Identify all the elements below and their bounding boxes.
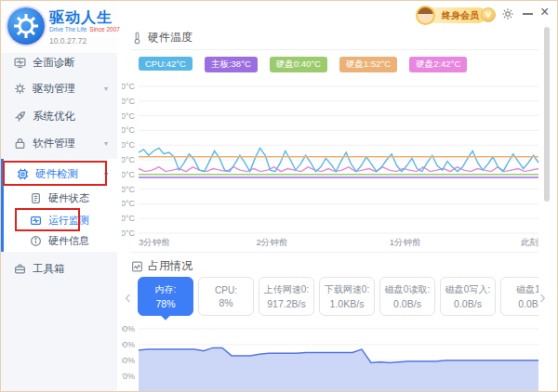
x-tick-label: 3分钟前 [139, 237, 170, 247]
divider [131, 49, 538, 50]
sidebar-item-driver[interactable]: 驱动管理 ▾ [1, 77, 117, 99]
vertical-scrollbar[interactable] [544, 27, 550, 202]
chevron-down-icon: ▾ [104, 139, 108, 148]
toolbox-icon [14, 263, 26, 275]
y-tick-label: 40°C [122, 170, 136, 179]
app-window: 全面诊断 驱动管理 ▾ 系统优化 软件管理 ▾ 硬件检测 ▾ 硬件状态 [0, 0, 558, 392]
memory-usage-chart: 100%90%80%70% [122, 323, 545, 392]
sidebar-item-label: 硬件状态 [48, 191, 89, 205]
sidebar-item-diagnose[interactable]: 全面诊断 [1, 51, 117, 73]
sidebar-item-label: 驱动管理 [33, 82, 75, 96]
sidebar: 全面诊断 驱动管理 ▾ 系统优化 软件管理 ▾ 硬件检测 ▾ 硬件状态 [1, 1, 117, 392]
usage-cards-row: 内存:78% CPU:8% 上传网速0:917.2B/s 下载网速0:1.0KB… [138, 277, 538, 323]
minimize-button[interactable] [523, 13, 533, 15]
y-tick-label: 20°C [122, 199, 136, 208]
chevron-down-icon: ▾ [104, 85, 108, 93]
sidebar-item-software[interactable]: 软件管理 ▾ [1, 132, 117, 154]
sidebar-item-label: 硬件信息 [48, 234, 89, 248]
y-tick-label: 90% [122, 340, 135, 349]
sidebar-item-hardware-info[interactable]: 硬件信息 [4, 229, 117, 252]
app-since: Since 2007 [89, 26, 120, 33]
sidebar-item-label: 系统优化 [33, 110, 75, 124]
sidebar-item-optimize[interactable]: 系统优化 [1, 105, 117, 127]
cards-next-button[interactable]: › [539, 282, 546, 310]
settings-gear-icon[interactable] [501, 7, 514, 24]
annotation-box-hardware-detect [3, 161, 107, 186]
logo-gear-icon [7, 7, 45, 45]
usage-chart-icon [131, 260, 143, 273]
y-tick-label: 80% [122, 356, 135, 365]
x-tick-label: 2分钟前 [256, 237, 287, 247]
memory-area-fill [139, 347, 538, 392]
y-tick-label: 100°C [122, 82, 135, 91]
y-tick-label: 30°C [122, 185, 136, 194]
temperature-chart: 100°C90°C80°C70°C60°C50°C40°C30°C20°C10°… [122, 81, 545, 250]
y-tick-label: 80°C [122, 111, 136, 121]
app-name: 驱动人生 [49, 8, 113, 28]
legend-chip-硬盘1: 硬盘1:52°C [339, 57, 397, 72]
temp-legend: CPU:42°C主板:38°C硬盘0:40°C硬盘1:52°C硬盘2:42°C [139, 54, 479, 72]
sidebar-item-label: 工具箱 [33, 262, 65, 276]
usage-card-memory[interactable]: 内存:78% [138, 277, 193, 316]
rocket-icon [14, 111, 26, 123]
usage-card-disk0-read[interactable]: 磁盘0读取:0.0B/s [379, 277, 435, 316]
usage-card-disk0-write[interactable]: 磁盘0写入:0.0B/s [440, 277, 496, 316]
gear-icon [14, 83, 26, 95]
x-tick-label: 此刻 [521, 237, 538, 247]
app-version: 10.0.27.72 [49, 36, 86, 46]
usage-card-cpu[interactable]: CPU:8% [198, 277, 254, 316]
info-icon [30, 235, 42, 247]
legend-chip-CPU: CPU:42°C [139, 57, 193, 71]
usage-section-title: 占用情况 [148, 258, 193, 274]
sidebar-item-label: 软件管理 [33, 137, 75, 150]
y-tick-label: 0°C [122, 229, 135, 238]
temp-section-title: 硬件温度 [148, 30, 193, 46]
divider [131, 252, 538, 253]
y-tick-label: 70°C [122, 125, 136, 135]
app-tagline: Drive The Life [49, 26, 86, 33]
sidebar-item-label: 全面诊断 [33, 56, 75, 70]
lock-icon [14, 137, 26, 150]
user-avatar[interactable] [416, 6, 435, 25]
y-tick-label: 100% [122, 324, 135, 333]
monitor-pulse-icon [14, 57, 26, 69]
close-button[interactable]: × [540, 4, 549, 20]
sidebar-item-toolbox[interactable]: 工具箱 [1, 257, 117, 280]
y-tick-label: 50°C [122, 155, 136, 164]
vip-coin-icon: V [481, 7, 496, 22]
legend-chip-主板: 主板:38°C [205, 57, 258, 72]
y-tick-label: 70% [122, 372, 135, 381]
thermometer-icon [131, 32, 143, 45]
y-tick-label: 10°C [122, 214, 136, 223]
temp-section-header: 硬件温度 [131, 30, 193, 46]
usage-card-download[interactable]: 下载网速0:1.0KB/s [319, 277, 375, 316]
legend-chip-硬盘0: 硬盘0:40°C [270, 57, 327, 72]
usage-card-upload[interactable]: 上传网速0:917.2B/s [259, 277, 314, 316]
usage-card-disk1[interactable]: 磁盘10.0B [500, 277, 538, 316]
annotation-box-run-monitor [15, 208, 80, 231]
cards-prev-button[interactable]: ‹ [125, 282, 131, 310]
app-logo: 驱动人生 Drive The LifeSince 2007 10.0.27.72 [1, 1, 117, 53]
legend-chip-硬盘2: 硬盘2:42°C [409, 57, 467, 72]
document-icon [30, 192, 42, 204]
y-tick-label: 90°C [122, 97, 136, 106]
y-tick-label: 60°C [122, 140, 136, 150]
x-tick-label: 1分钟前 [390, 237, 421, 247]
usage-section-header: 占用情况 [131, 258, 193, 274]
sidebar-item-hardware-status[interactable]: 硬件状态 [4, 187, 117, 209]
